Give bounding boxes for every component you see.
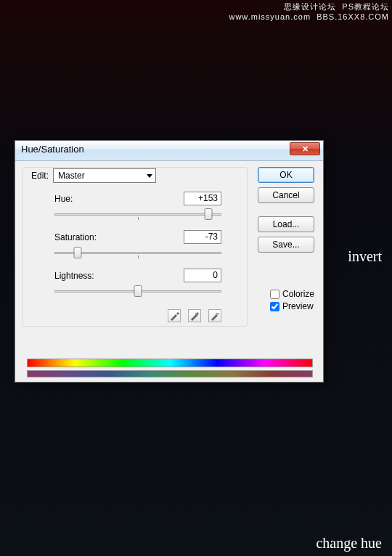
- edit-label: Edit:: [31, 171, 49, 181]
- preview-label: Preview: [282, 301, 314, 311]
- cancel-button[interactable]: Cancel: [258, 187, 314, 203]
- saturation-slider[interactable]: [54, 247, 221, 261]
- eyedropper-icon[interactable]: [168, 309, 181, 322]
- annotation-change-hue: change hue: [316, 535, 382, 552]
- hue-slider[interactable]: [54, 208, 221, 223]
- preview-checkbox-input[interactable]: [270, 302, 279, 311]
- edit-channel-value: Master: [58, 171, 85, 181]
- colorize-checkbox-input[interactable]: [270, 290, 279, 299]
- hue-slider-thumb[interactable]: [204, 208, 212, 220]
- dialog-titlebar[interactable]: Hue/Saturation ✕: [15, 141, 323, 161]
- dialog-title: Hue/Saturation: [21, 144, 84, 155]
- lightness-slider[interactable]: [54, 285, 221, 300]
- edit-channel-select[interactable]: Master: [53, 168, 156, 183]
- eyedropper-minus-icon[interactable]: [208, 309, 221, 322]
- load-button[interactable]: Load...: [258, 216, 314, 232]
- colorize-label: Colorize: [282, 289, 314, 299]
- hue-saturation-dialog: Hue/Saturation ✕ Edit: Master Hue: +153: [15, 140, 324, 383]
- hue-result-bar: [27, 370, 313, 377]
- annotation-invert: invert: [348, 248, 382, 265]
- lightness-slider-thumb[interactable]: [134, 285, 142, 297]
- preview-checkbox[interactable]: Preview: [270, 301, 314, 311]
- save-button[interactable]: Save...: [258, 237, 314, 253]
- eyedropper-tools: [168, 309, 221, 322]
- close-icon: ✕: [302, 144, 309, 154]
- close-button[interactable]: ✕: [290, 142, 320, 155]
- saturation-slider-thumb[interactable]: [74, 247, 82, 258]
- ok-button[interactable]: OK: [258, 167, 314, 183]
- colorize-checkbox[interactable]: Colorize: [270, 289, 314, 299]
- eyedropper-plus-icon[interactable]: [188, 309, 201, 322]
- watermark-text: 思缘设计论坛 PS教程论坛 www.missyuan.com BBS.16XX8…: [229, 1, 389, 21]
- hue-spectrum-bar: [27, 359, 313, 367]
- chevron-down-icon: [147, 174, 152, 178]
